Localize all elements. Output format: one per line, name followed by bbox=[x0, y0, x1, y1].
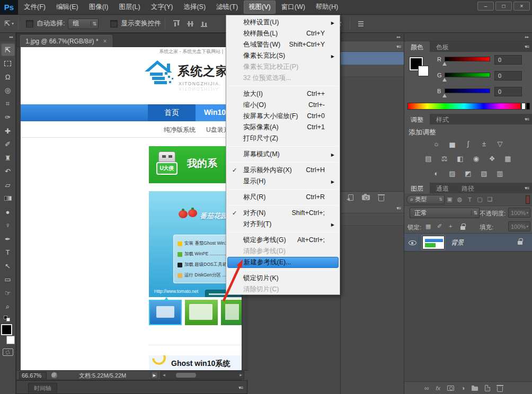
hand-tool[interactable]: ☞ bbox=[1, 286, 15, 299]
brightness-contrast-icon[interactable]: ☼ bbox=[431, 139, 442, 148]
tab-paths[interactable]: 路径 bbox=[455, 183, 481, 193]
layer-thumbnail[interactable] bbox=[422, 236, 445, 249]
menu-item-snap[interactable]: ✓对齐(N)Shift+Ctrl+; bbox=[227, 208, 339, 219]
distribute-icon[interactable] bbox=[357, 20, 366, 27]
new-snapshot-icon[interactable] bbox=[362, 195, 370, 200]
menu-item-proof-colors[interactable]: 校样颜色(L)Ctrl+Y bbox=[227, 28, 339, 39]
history-state[interactable] bbox=[341, 65, 404, 77]
red-slider[interactable] bbox=[445, 57, 490, 61]
zoom-tool[interactable]: ⌕ bbox=[1, 300, 15, 313]
filter-pixel-layers-icon[interactable]: ▣ bbox=[445, 196, 455, 203]
menu-item-proof-setup[interactable]: 校样设置(U)▶ bbox=[227, 17, 339, 28]
current-tool-indicator[interactable]: ⇱ ▾ bbox=[4, 20, 14, 28]
menubar-edit[interactable]: 编辑(E) bbox=[51, 1, 83, 14]
history-brush-tool[interactable]: ↶ bbox=[1, 165, 15, 178]
dock-collapse-header[interactable]: ▸▸ bbox=[404, 33, 532, 41]
gradient-tool[interactable] bbox=[1, 192, 15, 205]
quick-selection-tool[interactable]: ◎ bbox=[1, 84, 15, 97]
toolbox-collapse-header[interactable]: ▸▸ bbox=[0, 33, 15, 41]
lock-position-icon[interactable]: + bbox=[449, 223, 452, 229]
auto-select-target-dropdown[interactable]: 组 ⇅ bbox=[68, 19, 99, 29]
menu-item-snap-to[interactable]: 对齐到(T)▶ bbox=[227, 219, 339, 230]
menu-item-show[interactable]: 显示(H)▶ bbox=[227, 176, 339, 187]
black-white-icon[interactable]: ◧ bbox=[455, 154, 466, 163]
move-tool[interactable]: ⇱ bbox=[1, 43, 15, 56]
menu-item-print-size[interactable]: 打印尺寸(Z) bbox=[227, 133, 339, 144]
panel-row[interactable] bbox=[341, 213, 404, 226]
status-popup-icon[interactable] bbox=[51, 372, 57, 378]
maximize-button[interactable]: □ bbox=[495, 2, 512, 11]
spectrum-black-swatch[interactable] bbox=[526, 103, 530, 110]
layer-filter-type-dropdown[interactable]: ⌕ 类型 ⇅ bbox=[406, 195, 445, 204]
history-state-selected[interactable] bbox=[341, 52, 404, 65]
menu-item-screen-mode[interactable]: 屏幕模式(M)▶ bbox=[227, 149, 339, 160]
document-canvas[interactable]: 系统之家 - 系统光盘下载网站 | 系统之家 XITONGZHIJIA. XIT… bbox=[21, 47, 242, 371]
add-layer-mask-icon[interactable] bbox=[447, 386, 454, 391]
dodge-tool[interactable]: ♀ bbox=[1, 219, 15, 232]
pen-tool[interactable]: ✒ bbox=[1, 232, 15, 245]
background-color-swatch[interactable] bbox=[6, 336, 15, 344]
new-document-from-state-icon[interactable] bbox=[348, 194, 353, 201]
panel-menu-icon[interactable]: ▾≡ bbox=[525, 185, 529, 191]
blue-value-field[interactable]: 0 bbox=[494, 87, 522, 96]
menubar-layer[interactable]: 图层(L) bbox=[114, 1, 145, 14]
panel-menu-icon[interactable]: ▾≡ bbox=[238, 385, 243, 390]
type-tool[interactable]: T bbox=[1, 246, 15, 259]
exposure-icon[interactable]: ± bbox=[479, 139, 490, 148]
menu-item-actual-pixels[interactable]: 实际像素(A)Ctrl+1 bbox=[227, 122, 339, 133]
red-value-field[interactable]: 0 bbox=[494, 55, 522, 65]
brush-tool[interactable]: ✐ bbox=[1, 138, 15, 151]
close-tab-icon[interactable]: × bbox=[103, 38, 107, 45]
menubar-image[interactable]: 图像(I) bbox=[84, 1, 113, 14]
invert-icon[interactable]: ◐ bbox=[431, 169, 442, 178]
foreground-background-swatches[interactable] bbox=[1, 324, 15, 344]
filter-adjustment-layers-icon[interactable]: ◍ bbox=[455, 196, 465, 203]
red-slider-thumb[interactable] bbox=[442, 62, 447, 66]
horizontal-scroll-thumb[interactable] bbox=[176, 373, 196, 378]
selective-color-icon[interactable]: ▧ bbox=[479, 169, 490, 178]
spectrum-white-swatch[interactable] bbox=[521, 103, 526, 110]
path-selection-tool[interactable]: ↖ bbox=[1, 259, 15, 272]
close-button[interactable]: × bbox=[513, 2, 530, 11]
panel-menu-icon[interactable]: ▾≡ bbox=[396, 205, 401, 211]
blue-slider[interactable] bbox=[445, 88, 490, 93]
tab-channels[interactable]: 通道 bbox=[430, 183, 455, 193]
menu-item-zoom-in[interactable]: 放大(I)Ctrl++ bbox=[227, 88, 339, 100]
filter-shape-layers-icon[interactable]: ▢ bbox=[475, 196, 485, 203]
photo-filter-icon[interactable]: ◉ bbox=[471, 154, 482, 163]
panel-menu-icon[interactable]: ▾≡ bbox=[396, 44, 401, 49]
menu-item-zoom-out[interactable]: 缩小(O)Ctrl+- bbox=[227, 100, 339, 111]
auto-select-checkbox[interactable] bbox=[26, 20, 33, 28]
menubar-filter[interactable]: 滤镜(T) bbox=[211, 1, 243, 14]
layer-filtering-toggle[interactable] bbox=[526, 195, 530, 204]
color-lookup-icon[interactable]: ▦ bbox=[503, 154, 513, 163]
rectangle-tool[interactable]: ▭ bbox=[1, 273, 15, 286]
filter-type-layers-icon[interactable]: T bbox=[465, 196, 475, 203]
panel-menu-icon[interactable]: ▾≡ bbox=[525, 44, 529, 49]
quick-mask-button[interactable] bbox=[3, 348, 13, 356]
tab-layers[interactable]: 图层 bbox=[404, 183, 430, 193]
opacity-dropdown[interactable]: 100% ▾ bbox=[508, 208, 530, 218]
lasso-tool[interactable]: Ω bbox=[1, 70, 15, 83]
eyedropper-tool[interactable]: ✑ bbox=[1, 111, 15, 124]
menubar-view[interactable]: 视图(V) bbox=[244, 1, 276, 14]
delete-layer-icon[interactable] bbox=[497, 387, 503, 392]
lock-transparent-pixels-icon[interactable]: ▦ bbox=[425, 223, 431, 230]
status-flyout-button[interactable]: ▶ bbox=[151, 372, 158, 379]
link-layers-icon[interactable]: ∞ bbox=[424, 384, 429, 392]
scroll-left-icon[interactable]: ◀ bbox=[161, 372, 167, 379]
menubar-help[interactable]: 帮助(H) bbox=[311, 1, 343, 14]
horizontal-scrollbar[interactable]: ◀ ▶ bbox=[161, 371, 244, 379]
green-value-field[interactable]: 0 bbox=[494, 71, 522, 80]
filter-smart-objects-icon[interactable]: ❏ bbox=[485, 196, 495, 203]
scroll-right-icon[interactable]: ▶ bbox=[238, 372, 244, 379]
align-bottom-edges-icon[interactable] bbox=[200, 20, 208, 27]
layer-visibility-cell[interactable] bbox=[404, 234, 419, 252]
new-group-icon[interactable] bbox=[472, 387, 478, 391]
green-slider-thumb[interactable] bbox=[442, 78, 447, 82]
blur-tool[interactable]: ● bbox=[1, 205, 15, 218]
channel-mixer-icon[interactable]: ❖ bbox=[487, 154, 498, 163]
menubar-select[interactable]: 选择(S) bbox=[179, 1, 210, 14]
menu-item-gamut-warning[interactable]: 色域警告(W)Shift+Ctrl+Y bbox=[227, 39, 339, 50]
layer-row-background[interactable]: 背景 bbox=[404, 234, 532, 252]
